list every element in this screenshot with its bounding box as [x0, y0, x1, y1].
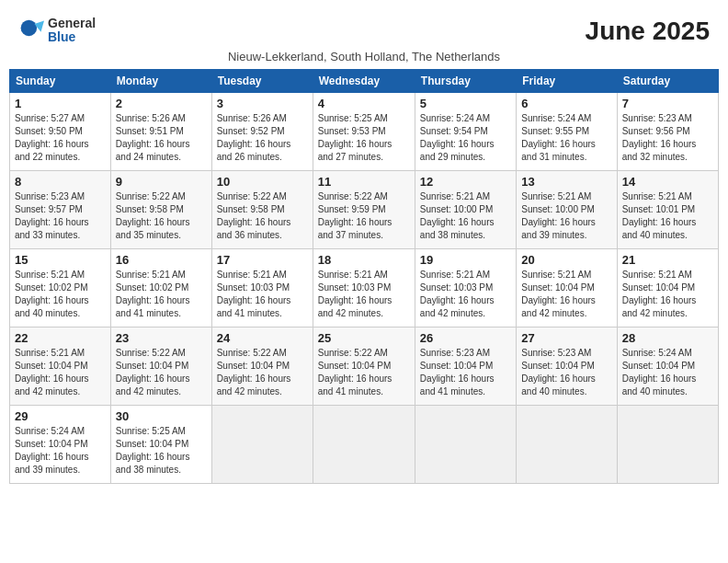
calendar-cell: 4 Sunrise: 5:25 AMSunset: 9:53 PMDayligh… — [313, 93, 415, 171]
month-title: June 2025 — [586, 17, 710, 46]
day-number: 3 — [217, 97, 308, 110]
calendar-table: SundayMondayTuesdayWednesdayThursdayFrid… — [9, 69, 719, 484]
day-number: 28 — [622, 331, 713, 345]
day-info: Sunrise: 5:23 AMSunset: 9:57 PMDaylight:… — [15, 190, 106, 242]
day-number: 15 — [15, 253, 106, 267]
day-number: 27 — [521, 331, 611, 345]
day-info: Sunrise: 5:21 AMSunset: 10:04 PMDaylight… — [15, 347, 106, 398]
calendar-cell: 27 Sunrise: 5:23 AMSunset: 10:04 PMDayli… — [517, 327, 617, 406]
day-info: Sunrise: 5:22 AMSunset: 10:04 PMDaylight… — [217, 347, 308, 398]
day-number: 13 — [521, 175, 611, 189]
calendar-cell: 25 Sunrise: 5:22 AMSunset: 10:04 PMDayli… — [313, 327, 415, 406]
logo-general: General — [48, 17, 96, 30]
week-row-4: 22 Sunrise: 5:21 AMSunset: 10:04 PMDayli… — [10, 327, 719, 406]
day-info: Sunrise: 5:24 AMSunset: 10:04 PMDaylight… — [15, 425, 106, 477]
calendar-cell — [313, 406, 415, 484]
day-info: Sunrise: 5:22 AMSunset: 9:58 PMDaylight:… — [217, 190, 308, 242]
weekday-header-saturday: Saturday — [617, 70, 718, 93]
day-info: Sunrise: 5:24 AMSunset: 10:04 PMDaylight… — [622, 347, 713, 398]
week-row-5: 29 Sunrise: 5:24 AMSunset: 10:04 PMDayli… — [10, 406, 719, 484]
day-number: 9 — [116, 175, 207, 189]
day-info: Sunrise: 5:24 AMSunset: 9:54 PMDaylight:… — [420, 112, 511, 164]
day-info: Sunrise: 5:21 AMSunset: 10:00 PMDaylight… — [420, 190, 511, 242]
day-number: 14 — [622, 175, 713, 189]
calendar-cell: 10 Sunrise: 5:22 AMSunset: 9:58 PMDaylig… — [211, 171, 313, 249]
logo-text: General Blue — [48, 17, 96, 45]
calendar-cell: 6 Sunrise: 5:24 AMSunset: 9:55 PMDayligh… — [517, 93, 617, 171]
calendar-cell: 15 Sunrise: 5:21 AMSunset: 10:02 PMDayli… — [10, 249, 111, 327]
day-number: 25 — [318, 331, 410, 345]
day-info: Sunrise: 5:23 AMSunset: 10:04 PMDaylight… — [521, 347, 611, 398]
calendar-cell: 13 Sunrise: 5:21 AMSunset: 10:00 PMDayli… — [517, 171, 617, 249]
calendar-cell: 2 Sunrise: 5:26 AMSunset: 9:51 PMDayligh… — [110, 93, 211, 171]
day-number: 11 — [318, 175, 410, 189]
day-info: Sunrise: 5:23 AMSunset: 9:56 PMDaylight:… — [622, 112, 713, 164]
weekday-header-sunday: Sunday — [10, 70, 111, 93]
calendar-cell — [211, 406, 313, 484]
calendar-cell: 9 Sunrise: 5:22 AMSunset: 9:58 PMDayligh… — [110, 171, 211, 249]
logo: General Blue — [18, 17, 96, 45]
day-number: 23 — [116, 331, 207, 345]
calendar-cell: 24 Sunrise: 5:22 AMSunset: 10:04 PMDayli… — [211, 327, 313, 406]
day-info: Sunrise: 5:21 AMSunset: 10:03 PMDaylight… — [420, 269, 511, 320]
day-info: Sunrise: 5:21 AMSunset: 10:04 PMDaylight… — [622, 269, 713, 320]
calendar-cell: 28 Sunrise: 5:24 AMSunset: 10:04 PMDayli… — [617, 327, 718, 406]
weekday-header-tuesday: Tuesday — [211, 70, 313, 93]
day-number: 16 — [116, 253, 207, 267]
calendar-cell: 17 Sunrise: 5:21 AMSunset: 10:03 PMDayli… — [211, 249, 313, 327]
day-number: 4 — [318, 97, 410, 110]
calendar-cell — [617, 406, 718, 484]
logo-icon — [18, 17, 44, 43]
day-number: 6 — [521, 97, 611, 110]
day-info: Sunrise: 5:26 AMSunset: 9:52 PMDaylight:… — [217, 112, 308, 164]
calendar-cell — [517, 406, 617, 484]
calendar-cell — [415, 406, 516, 484]
day-info: Sunrise: 5:24 AMSunset: 9:55 PMDaylight:… — [521, 112, 611, 164]
calendar-cell: 16 Sunrise: 5:21 AMSunset: 10:02 PMDayli… — [110, 249, 211, 327]
calendar-cell: 18 Sunrise: 5:21 AMSunset: 10:03 PMDayli… — [313, 249, 415, 327]
day-info: Sunrise: 5:25 AMSunset: 10:04 PMDaylight… — [116, 425, 207, 477]
week-row-1: 1 Sunrise: 5:27 AMSunset: 9:50 PMDayligh… — [10, 93, 719, 171]
day-number: 10 — [217, 175, 308, 189]
location-title: Nieuw-Lekkerland, South Holland, The Net… — [9, 50, 719, 63]
day-number: 29 — [15, 409, 106, 423]
weekday-header-wednesday: Wednesday — [313, 70, 415, 93]
day-info: Sunrise: 5:21 AMSunset: 10:02 PMDaylight… — [15, 269, 106, 320]
day-number: 26 — [420, 331, 511, 345]
page-header: General Blue June 2025 — [9, 9, 719, 46]
calendar-cell: 3 Sunrise: 5:26 AMSunset: 9:52 PMDayligh… — [211, 93, 313, 171]
calendar-cell: 29 Sunrise: 5:24 AMSunset: 10:04 PMDayli… — [10, 406, 111, 484]
weekday-header-row: SundayMondayTuesdayWednesdayThursdayFrid… — [10, 70, 719, 93]
calendar-cell: 22 Sunrise: 5:21 AMSunset: 10:04 PMDayli… — [10, 327, 111, 406]
day-number: 30 — [116, 409, 207, 423]
weekday-header-thursday: Thursday — [415, 70, 516, 93]
calendar-cell: 14 Sunrise: 5:21 AMSunset: 10:01 PMDayli… — [617, 171, 718, 249]
day-info: Sunrise: 5:21 AMSunset: 10:00 PMDaylight… — [521, 190, 611, 242]
title-section: June 2025 — [586, 17, 710, 46]
day-number: 21 — [622, 253, 713, 267]
svg-point-0 — [21, 20, 38, 37]
day-info: Sunrise: 5:27 AMSunset: 9:50 PMDaylight:… — [15, 112, 106, 164]
day-number: 17 — [217, 253, 308, 267]
day-number: 18 — [318, 253, 410, 267]
day-number: 2 — [116, 97, 207, 110]
day-info: Sunrise: 5:22 AMSunset: 10:04 PMDaylight… — [116, 347, 207, 398]
calendar-cell: 5 Sunrise: 5:24 AMSunset: 9:54 PMDayligh… — [415, 93, 516, 171]
calendar-cell: 19 Sunrise: 5:21 AMSunset: 10:03 PMDayli… — [415, 249, 516, 327]
day-number: 8 — [15, 175, 106, 189]
day-info: Sunrise: 5:21 AMSunset: 10:02 PMDaylight… — [116, 269, 207, 320]
calendar-cell: 30 Sunrise: 5:25 AMSunset: 10:04 PMDayli… — [110, 406, 211, 484]
day-info: Sunrise: 5:22 AMSunset: 9:59 PMDaylight:… — [318, 190, 410, 242]
day-info: Sunrise: 5:23 AMSunset: 10:04 PMDaylight… — [420, 347, 511, 398]
day-info: Sunrise: 5:21 AMSunset: 10:03 PMDaylight… — [217, 269, 308, 320]
day-info: Sunrise: 5:22 AMSunset: 10:04 PMDaylight… — [318, 347, 410, 398]
day-number: 20 — [521, 253, 611, 267]
calendar-cell: 20 Sunrise: 5:21 AMSunset: 10:04 PMDayli… — [517, 249, 617, 327]
day-info: Sunrise: 5:25 AMSunset: 9:53 PMDaylight:… — [318, 112, 410, 164]
calendar-cell: 26 Sunrise: 5:23 AMSunset: 10:04 PMDayli… — [415, 327, 516, 406]
day-info: Sunrise: 5:21 AMSunset: 10:01 PMDaylight… — [622, 190, 713, 242]
day-info: Sunrise: 5:21 AMSunset: 10:03 PMDaylight… — [318, 269, 410, 320]
week-row-2: 8 Sunrise: 5:23 AMSunset: 9:57 PMDayligh… — [10, 171, 719, 249]
calendar-cell: 1 Sunrise: 5:27 AMSunset: 9:50 PMDayligh… — [10, 93, 111, 171]
day-number: 7 — [622, 97, 713, 110]
